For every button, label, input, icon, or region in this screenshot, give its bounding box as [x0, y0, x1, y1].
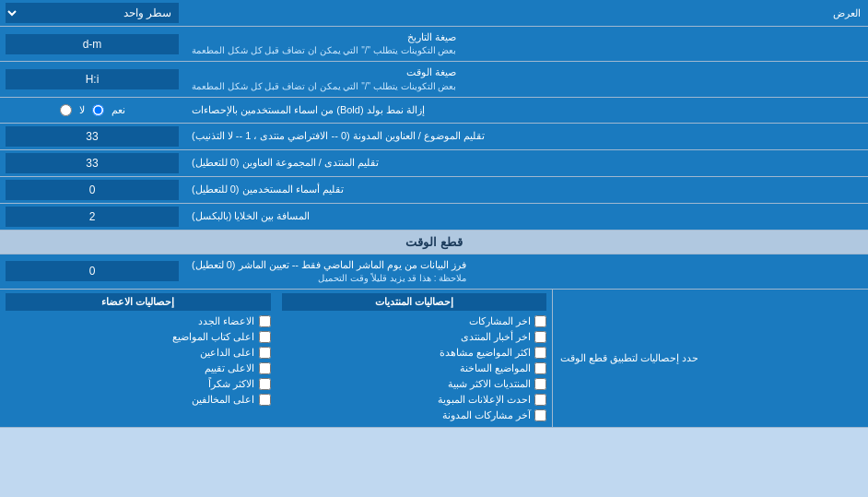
- cut-filter-label: فرز البيانات من يوم الماشر الماضي فقط --…: [184, 254, 868, 289]
- stats-item: اكثر المواضيع مشاهدة: [282, 345, 547, 361]
- cut-filter-input[interactable]: [6, 261, 179, 281]
- forum-per-page-input[interactable]: [6, 153, 179, 173]
- radio-no[interactable]: [60, 104, 72, 116]
- stats-item: اخر أخبار المنتدى: [282, 329, 547, 345]
- stats-item: اعلى الداعين: [6, 345, 271, 361]
- stat-check-6[interactable]: [534, 394, 546, 406]
- stats-col1-title: إحصاليات المنتديات: [282, 293, 547, 311]
- stats-item: اخر المشاركات: [282, 314, 547, 329]
- stat-check-4[interactable]: [534, 362, 546, 374]
- stat-check-12[interactable]: [259, 378, 271, 390]
- stats-item: اعلى المخالفين: [6, 392, 271, 408]
- stat-check-2[interactable]: [534, 331, 546, 343]
- time-format-input[interactable]: [6, 69, 179, 89]
- radio-no-label: لا: [79, 104, 85, 116]
- stats-item: المواضيع الساخنة: [282, 361, 547, 376]
- usernames-trim-label: تقليم أسماء المستخدمين (0 للتعطيل): [184, 177, 868, 203]
- radio-yes-label: نعم: [111, 104, 125, 116]
- stats-apply-label: حدد إحصاليات لتطبيق قطع الوقت: [553, 290, 868, 427]
- stat-check-8[interactable]: [259, 315, 271, 327]
- bold-remove-label: إزالة نمط بولد (Bold) من اسماء المستخدمي…: [184, 98, 868, 123]
- stats-item: الاعلى تقييم: [6, 361, 271, 376]
- topics-per-page-label: تقليم الموضوع / العناوين المدونة (0 -- ا…: [184, 124, 868, 149]
- date-format-label: صيغة التاريخ بعض التكوينات يتطلب "/" الت…: [184, 27, 868, 61]
- stats-item: المنتديات الاكثر شبية: [282, 376, 547, 392]
- usernames-trim-input[interactable]: [6, 180, 179, 200]
- stat-check-10[interactable]: [259, 347, 271, 359]
- cell-spacing-label: المسافة بين الخلايا (بالبكسل): [184, 204, 868, 230]
- stats-item: الاكثر شكراً: [6, 376, 271, 392]
- stats-item: اعلى كتاب المواضيع: [6, 329, 271, 345]
- stats-item: الاعضاء الجدد: [6, 314, 271, 329]
- stat-check-7[interactable]: [534, 409, 546, 421]
- stat-check-11[interactable]: [259, 362, 271, 374]
- stat-check-13[interactable]: [259, 394, 271, 406]
- cut-section-header: قطع الوقت: [0, 231, 868, 254]
- radio-yes[interactable]: [92, 104, 104, 116]
- stats-item: احدث الإعلانات المبوية: [282, 392, 547, 408]
- time-format-label: صيغة الوقت بعض التكوينات يتطلب "/" التي …: [184, 62, 868, 96]
- stat-check-1[interactable]: [534, 315, 546, 327]
- date-format-input[interactable]: [6, 34, 179, 54]
- stats-item: آخر مشاركات المدونة: [282, 408, 547, 423]
- stat-check-3[interactable]: [534, 347, 546, 359]
- stats-col2-title: إحصاليات الاعضاء: [6, 293, 271, 311]
- stat-check-9[interactable]: [259, 331, 271, 343]
- cell-spacing-input[interactable]: [6, 207, 179, 227]
- display-select[interactable]: سطر واحد سطران ثلاثة أسطر: [6, 3, 179, 23]
- topics-per-page-input[interactable]: [6, 126, 179, 147]
- page-title: العرض: [184, 4, 868, 23]
- forum-per-page-label: تقليم المنتدى / المجموعة العناوين (0 للت…: [184, 150, 868, 176]
- stat-check-5[interactable]: [534, 378, 546, 390]
